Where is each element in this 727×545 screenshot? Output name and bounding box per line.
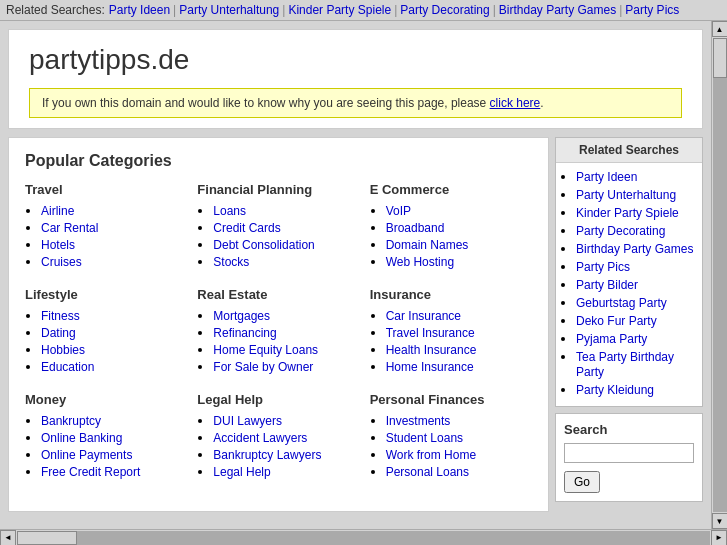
category-link-1-1[interactable]: Credit Cards <box>213 221 280 235</box>
domain-box: partytipps.de If you own this domain and… <box>8 29 703 129</box>
scroll-left-button[interactable]: ◄ <box>0 530 16 546</box>
category-link-8-1[interactable]: Student Loans <box>386 431 463 445</box>
domain-title: partytipps.de <box>29 44 682 76</box>
category-link-3-2[interactable]: Hobbies <box>41 343 85 357</box>
category-link-8-3[interactable]: Personal Loans <box>386 465 469 479</box>
category-link-2-0[interactable]: VoIP <box>386 204 411 218</box>
category-group-title-8: Personal Finances <box>370 392 532 407</box>
scroll-track <box>713 38 727 512</box>
category-link-2-1[interactable]: Broadband <box>386 221 445 235</box>
related-search-item: Party Kleidung <box>576 382 694 397</box>
related-search-link-11[interactable]: Party Kleidung <box>576 383 654 397</box>
top-link-2[interactable]: Kinder Party Spiele <box>288 3 391 17</box>
category-group-5: InsuranceCar InsuranceTravel InsuranceHe… <box>370 287 532 376</box>
list-item: VoIP <box>386 203 532 218</box>
top-link-1[interactable]: Party Unterhaltung <box>179 3 279 17</box>
list-item: Dating <box>41 325 187 340</box>
category-link-7-0[interactable]: DUI Lawyers <box>213 414 282 428</box>
category-link-7-3[interactable]: Legal Help <box>213 465 270 479</box>
search-input[interactable] <box>564 443 694 463</box>
related-search-link-1[interactable]: Party Unterhaltung <box>576 188 676 202</box>
category-link-0-3[interactable]: Cruises <box>41 255 82 269</box>
category-list-7: DUI LawyersAccident LawyersBankruptcy La… <box>197 413 359 479</box>
related-search-item: Party Decorating <box>576 223 694 238</box>
list-item: Debt Consolidation <box>213 237 359 252</box>
category-link-5-3[interactable]: Home Insurance <box>386 360 474 374</box>
related-search-link-8[interactable]: Deko Fur Party <box>576 314 657 328</box>
h-scroll-track <box>17 531 710 545</box>
category-link-4-1[interactable]: Refinancing <box>213 326 276 340</box>
category-link-4-0[interactable]: Mortgages <box>213 309 270 323</box>
horizontal-scrollbar[interactable]: ◄ ► <box>0 529 727 545</box>
list-item: Loans <box>213 203 359 218</box>
category-group-0: TravelAirlineCar RentalHotelsCruises <box>25 182 187 271</box>
category-link-3-1[interactable]: Dating <box>41 326 76 340</box>
category-link-6-3[interactable]: Free Credit Report <box>41 465 140 479</box>
category-link-6-2[interactable]: Online Payments <box>41 448 132 462</box>
category-list-6: BankruptcyOnline BankingOnline PaymentsF… <box>25 413 187 479</box>
category-link-7-2[interactable]: Bankruptcy Lawyers <box>213 448 321 462</box>
category-link-0-1[interactable]: Car Rental <box>41 221 98 235</box>
category-link-1-0[interactable]: Loans <box>213 204 246 218</box>
list-item: Domain Names <box>386 237 532 252</box>
list-item: Student Loans <box>386 430 532 445</box>
category-list-2: VoIPBroadbandDomain NamesWeb Hosting <box>370 203 532 269</box>
top-link-0[interactable]: Party Ideen <box>109 3 170 17</box>
related-search-item: Geburtstag Party <box>576 295 694 310</box>
category-link-7-1[interactable]: Accident Lawyers <box>213 431 307 445</box>
category-link-1-2[interactable]: Debt Consolidation <box>213 238 314 252</box>
category-link-3-0[interactable]: Fitness <box>41 309 80 323</box>
scroll-down-button[interactable]: ▼ <box>712 513 728 529</box>
list-item: Home Equity Loans <box>213 342 359 357</box>
list-item: Web Hosting <box>386 254 532 269</box>
scroll-right-button[interactable]: ► <box>711 530 727 546</box>
related-search-link-2[interactable]: Kinder Party Spiele <box>576 206 679 220</box>
scroll-thumb[interactable] <box>713 38 727 78</box>
related-search-link-3[interactable]: Party Decorating <box>576 224 665 238</box>
related-search-link-5[interactable]: Party Pics <box>576 260 630 274</box>
related-search-link-9[interactable]: Pyjama Party <box>576 332 647 346</box>
category-link-4-2[interactable]: Home Equity Loans <box>213 343 318 357</box>
category-link-5-0[interactable]: Car Insurance <box>386 309 461 323</box>
related-searches-list: Party IdeenParty UnterhaltungKinder Part… <box>556 163 702 406</box>
related-search-link-4[interactable]: Birthday Party Games <box>576 242 693 256</box>
category-link-8-0[interactable]: Investments <box>386 414 451 428</box>
category-link-2-2[interactable]: Domain Names <box>386 238 469 252</box>
category-list-1: LoansCredit CardsDebt ConsolidationStock… <box>197 203 359 269</box>
category-link-6-1[interactable]: Online Banking <box>41 431 122 445</box>
scroll-up-button[interactable]: ▲ <box>712 21 728 37</box>
related-search-link-6[interactable]: Party Bilder <box>576 278 638 292</box>
categories-main: Popular Categories TravelAirlineCar Rent… <box>8 137 549 512</box>
sep-1: | <box>282 3 285 17</box>
search-go-button[interactable]: Go <box>564 471 600 493</box>
category-link-3-3[interactable]: Education <box>41 360 94 374</box>
top-link-4[interactable]: Birthday Party Games <box>499 3 616 17</box>
top-link-5[interactable]: Party Pics <box>625 3 679 17</box>
category-list-5: Car InsuranceTravel InsuranceHealth Insu… <box>370 308 532 374</box>
related-search-link-10[interactable]: Tea Party Birthday Party <box>576 350 674 379</box>
related-search-link-7[interactable]: Geburtstag Party <box>576 296 667 310</box>
category-link-6-0[interactable]: Bankruptcy <box>41 414 101 428</box>
related-search-item: Pyjama Party <box>576 331 694 346</box>
category-link-8-2[interactable]: Work from Home <box>386 448 476 462</box>
top-related-bar: Related Searches: Party Ideen | Party Un… <box>0 0 727 21</box>
category-link-5-2[interactable]: Health Insurance <box>386 343 477 357</box>
top-link-3[interactable]: Party Decorating <box>400 3 489 17</box>
category-link-2-3[interactable]: Web Hosting <box>386 255 454 269</box>
category-link-4-3[interactable]: For Sale by Owner <box>213 360 313 374</box>
category-link-0-2[interactable]: Hotels <box>41 238 75 252</box>
list-item: Online Banking <box>41 430 187 445</box>
related-search-link-0[interactable]: Party Ideen <box>576 170 637 184</box>
category-group-7: Legal HelpDUI LawyersAccident LawyersBan… <box>197 392 359 481</box>
vertical-scrollbar[interactable]: ▲ ▼ <box>711 21 727 529</box>
content-area: partytipps.de If you own this domain and… <box>0 21 711 529</box>
category-link-0-0[interactable]: Airline <box>41 204 74 218</box>
list-item: Home Insurance <box>386 359 532 374</box>
click-here-link[interactable]: click here <box>490 96 541 110</box>
category-link-5-1[interactable]: Travel Insurance <box>386 326 475 340</box>
h-scroll-thumb[interactable] <box>17 531 77 545</box>
category-link-1-3[interactable]: Stocks <box>213 255 249 269</box>
related-search-item: Tea Party Birthday Party <box>576 349 694 379</box>
category-group-3: LifestyleFitnessDatingHobbiesEducation <box>25 287 187 376</box>
list-item: Stocks <box>213 254 359 269</box>
